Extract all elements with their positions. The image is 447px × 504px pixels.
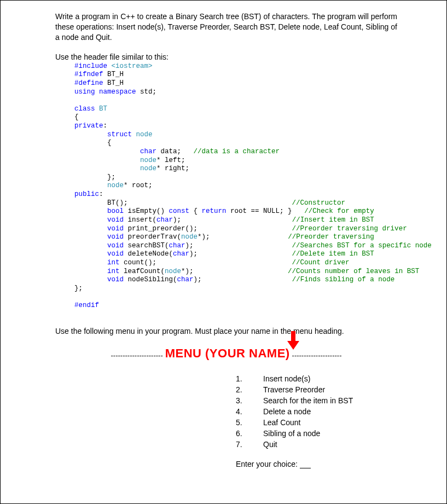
menu-item-5: 5.Leaf Count [236, 418, 397, 427]
type-node: node [132, 131, 153, 138]
kw-char4: char [173, 250, 189, 258]
ret-open: { [189, 207, 202, 215]
menu-num: 6. [236, 429, 263, 438]
brace-open2: { [107, 139, 112, 147]
menu-num: 3. [236, 396, 263, 405]
problem-statement: Write a program in C++ to create a Binar… [55, 11, 397, 43]
prompt-text: Enter your choice: [236, 460, 300, 468]
kw-define: #define [74, 79, 103, 87]
cmt-preorder-driver: //Preorder traversing driver [292, 225, 407, 233]
menu-heading-row: ---------------------- MENU (YOUR NAME) … [55, 346, 397, 361]
sym-bth2: BT_H [103, 79, 124, 87]
colon1: : [103, 122, 108, 130]
ins-close: ); [173, 216, 181, 224]
cmt-delete: //Delete item in BST [292, 250, 374, 258]
count-fn: count(); [120, 259, 157, 267]
kw-void1: void [107, 216, 124, 224]
menu-num: 7. [236, 440, 263, 449]
kw-void2: void [107, 225, 124, 233]
sibling-fn: nodeSibling( [124, 276, 177, 283]
code-listing: #include <iostream> #ifndef BT_H #define… [74, 62, 397, 310]
cmt-sibling: //Finds sibling of a node [292, 276, 395, 283]
choice-prompt: Enter your choice: [236, 460, 397, 468]
type-node-root: node [107, 182, 124, 189]
kw-const: const [169, 207, 190, 215]
menu-label: Traverse Preorder [263, 385, 325, 394]
field-left: * left; [156, 157, 185, 164]
kw-void4: void [107, 242, 124, 250]
cmt-preorder: //Preorder traversing [288, 233, 374, 241]
dashes-right: --------------------- [292, 351, 342, 360]
svg-rect-0 [291, 331, 295, 341]
menu-label: Leaf Count [263, 418, 301, 427]
menu-list: 1.Insert node(s) 2.Traverse Preorder 3.S… [236, 374, 397, 449]
type-node-r: node [140, 165, 156, 172]
input-underline [300, 468, 311, 468]
search-fn: searchBST( [124, 242, 169, 250]
menu-item-4: 4.Delete a node [236, 407, 397, 416]
pre-close: *); [198, 233, 210, 241]
class-close: }; [74, 285, 83, 292]
print-pre: print_preorder(); [124, 225, 198, 233]
kw-void3: void [107, 233, 124, 241]
leaf-close: *); [181, 268, 194, 275]
sib-close: ); [194, 276, 202, 283]
kw-bool: bool [107, 207, 124, 215]
cmt-ctor: //Constructor [292, 199, 346, 207]
field-root: * root; [124, 182, 153, 189]
cmt-data: //data is a character [181, 148, 280, 155]
kw-using: using namespace [74, 88, 136, 96]
kw-char3: char [169, 242, 185, 250]
kw-class: class [74, 105, 95, 113]
menu-heading: MENU (YOUR NAME) [165, 346, 290, 360]
delete-fn: deleteNode( [124, 250, 173, 258]
menu-num: 2. [236, 385, 263, 394]
sym-bth: BT_H [103, 71, 124, 78]
insert-fn: insert( [124, 216, 156, 224]
brace-close1: }; [107, 173, 115, 181]
kw-public: public [74, 190, 99, 198]
kw-struct: struct [107, 131, 132, 138]
menu-label: Search for the item in BST [263, 396, 353, 405]
document-page: Write a program in C++ to create a Binar… [0, 0, 447, 504]
kw-void6: void [107, 276, 124, 283]
header-name: <iostream> [107, 62, 153, 70]
ctor: BT(); [107, 199, 128, 207]
type-node-l: node [140, 157, 156, 164]
menu-label: Sibling of a node [263, 429, 320, 438]
cmt-leaf: //Counts number of leaves in BST [288, 268, 419, 275]
leaf-fn: leafCount( [120, 268, 165, 275]
cmt-count: //Count driver [292, 259, 350, 267]
kw-char2: char [156, 216, 173, 224]
kw-return: return [202, 207, 227, 215]
type-node-leaf: node [165, 268, 181, 275]
pre-trav: preorderTrav( [124, 233, 181, 241]
field-right: * right; [156, 165, 189, 172]
menu-instruction: Use the following menu in your program. … [55, 327, 397, 335]
kw-include: #include [74, 62, 107, 70]
del-close: ); [189, 250, 198, 258]
kw-char5: char [177, 276, 194, 283]
std-text: std; [136, 88, 157, 96]
menu-item-2: 2.Traverse Preorder [236, 385, 397, 394]
kw-endif: #endif [74, 302, 99, 309]
menu-num: 5. [236, 418, 263, 427]
kw-char: char [140, 148, 156, 155]
header-file-intro: Use the header file similar to this: [55, 53, 397, 61]
cmt-insert: //Insert item in BST [292, 216, 374, 224]
menu-label: Insert node(s) [263, 374, 310, 383]
kw-void5: void [107, 250, 124, 258]
menu-num: 4. [236, 407, 263, 416]
menu-item-7: 7.Quit [236, 440, 397, 449]
brace-open: { [74, 113, 79, 121]
dashes-left: ---------------------- [111, 351, 163, 360]
menu-label: Delete a node [263, 407, 311, 416]
type-node-pre: node [181, 233, 198, 241]
content-area: Write a program in C++ to create a Binar… [1, 11, 446, 468]
kw-ifndef: #ifndef [74, 71, 103, 78]
cmt-empty: //Check for empty [304, 207, 374, 215]
kw-private: private [74, 122, 103, 130]
kw-int1: int [107, 259, 120, 267]
kw-int2: int [107, 268, 120, 275]
menu-item-1: 1.Insert node(s) [236, 374, 397, 383]
